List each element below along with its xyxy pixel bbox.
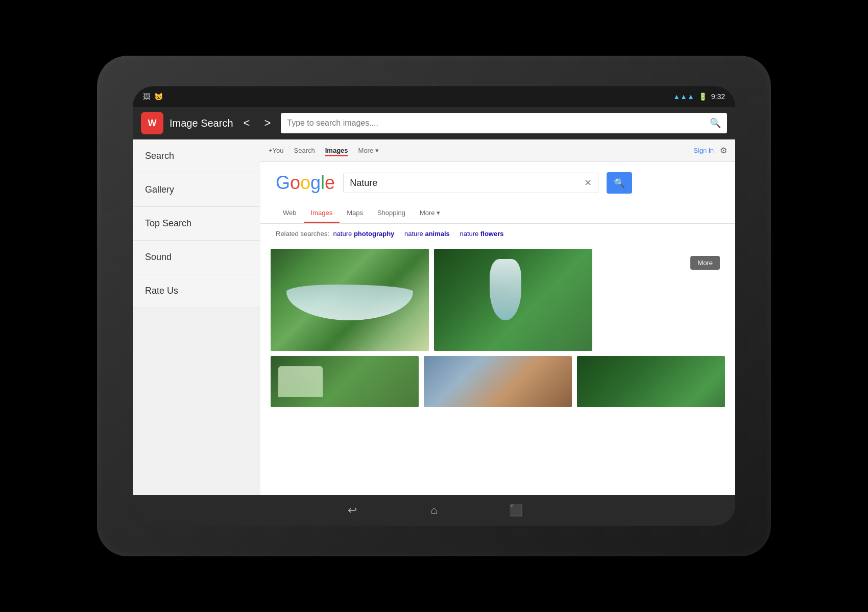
google-nav-images[interactable]: Images	[325, 145, 348, 156]
url-search-bar[interactable]: 🔍	[281, 113, 727, 133]
tablet-screen: 🖼 😺 ▲▲▲ 🔋 9:32 W Image Search < > 🔍	[133, 86, 735, 526]
google-logo-g2: g	[310, 172, 321, 193]
related-searches-prefix: Related searches:	[276, 230, 329, 238]
app-bar: W Image Search < > 🔍	[133, 107, 735, 139]
sidebar-item-top-search[interactable]: Top Search	[133, 207, 260, 241]
app-logo: W	[141, 112, 163, 134]
google-nav-right: Sign in ⚙	[693, 146, 727, 155]
related-searches: Related searches: nature photography nat…	[260, 224, 735, 244]
google-nav-more[interactable]: More ▾	[358, 145, 379, 156]
battery-icon: 🔋	[698, 92, 707, 101]
nav-back-button[interactable]: ↩	[342, 500, 363, 521]
image-grid: More	[260, 244, 735, 495]
search-bar-icon: 🔍	[710, 117, 721, 129]
sidebar: Search Gallery Top Search Sound Rate Us	[133, 139, 260, 495]
related-link-flowers[interactable]: nature flowers	[460, 230, 503, 238]
google-logo-o1: o	[290, 172, 300, 193]
url-search-input[interactable]	[287, 119, 706, 128]
google-logo-o2: o	[300, 172, 310, 193]
status-right-icons: ▲▲▲ 🔋 9:32	[673, 92, 725, 101]
status-left-icons: 🖼 😺	[143, 92, 163, 101]
google-search-btn-icon: 🔍	[614, 177, 625, 189]
clock: 9:32	[711, 92, 725, 101]
tablet-device: 🖼 😺 ▲▲▲ 🔋 9:32 W Image Search < > 🔍	[97, 56, 771, 556]
google-logo-g: G	[276, 172, 290, 193]
sign-in-link[interactable]: Sign in	[693, 147, 714, 154]
sidebar-item-search[interactable]: Search	[133, 139, 260, 173]
nature-image-small-2[interactable]	[424, 356, 572, 407]
tab-maps[interactable]: Maps	[340, 204, 370, 223]
tab-web[interactable]: Web	[276, 204, 304, 223]
google-logo-l: l	[321, 172, 325, 193]
nature-image-waterfall[interactable]	[434, 249, 592, 351]
tab-more[interactable]: More ▾	[413, 204, 447, 223]
tab-shopping[interactable]: Shopping	[370, 204, 413, 223]
google-logo: Google	[276, 172, 335, 194]
image-row-2	[271, 356, 725, 407]
sidebar-item-sound[interactable]: Sound	[133, 241, 260, 274]
google-nav-bar: +You Search Images More ▾ Sign in ⚙	[260, 139, 735, 162]
bottom-nav: ↩ ⌂ ⬛	[133, 495, 735, 526]
forward-button[interactable]: >	[260, 112, 275, 134]
google-search-input[interactable]	[350, 178, 580, 189]
google-nav-search[interactable]: Search	[294, 145, 315, 156]
nav-home-button[interactable]: ⌂	[424, 500, 444, 521]
google-search-clear-icon[interactable]: ✕	[584, 177, 592, 189]
google-nav-plus-you[interactable]: +You	[269, 145, 284, 156]
nature-image-small-3[interactable]	[577, 356, 725, 407]
nature-stream-visual	[271, 249, 429, 351]
nature-waterfall-visual	[434, 249, 592, 351]
app-title: Image Search	[170, 117, 233, 129]
nav-recents-button[interactable]: ⬛	[505, 500, 526, 521]
back-button[interactable]: <	[239, 112, 254, 134]
main-content: Search Gallery Top Search Sound Rate Us …	[133, 139, 735, 495]
google-search-box[interactable]: ✕	[343, 173, 598, 193]
google-logo-e: e	[325, 172, 335, 193]
related-link-photography[interactable]: nature photography	[333, 230, 396, 238]
wifi-icon: ▲▲▲	[673, 92, 694, 101]
browser-area: +You Search Images More ▾ Sign in ⚙ Goog…	[260, 139, 735, 495]
tab-images[interactable]: Images	[304, 204, 340, 223]
status-bar: 🖼 😺 ▲▲▲ 🔋 9:32	[133, 86, 735, 107]
sidebar-item-rate-us[interactable]: Rate Us	[133, 274, 260, 308]
sidebar-item-gallery[interactable]: Gallery	[133, 173, 260, 207]
image-row-1: More	[271, 249, 725, 351]
image-icon: 🖼	[143, 92, 150, 101]
settings-icon[interactable]: ⚙	[720, 146, 727, 155]
face-icon: 😺	[154, 92, 163, 101]
nature-image-small-1[interactable]	[271, 356, 419, 407]
google-search-area: Google ✕ 🔍	[260, 162, 735, 204]
google-search-button[interactable]: 🔍	[607, 172, 632, 194]
more-button[interactable]: More	[690, 256, 720, 270]
related-link-animals[interactable]: nature animals	[404, 230, 452, 238]
nature-image-stream[interactable]	[271, 249, 429, 351]
filter-tabs: Web Images Maps Shopping More ▾	[260, 204, 735, 224]
